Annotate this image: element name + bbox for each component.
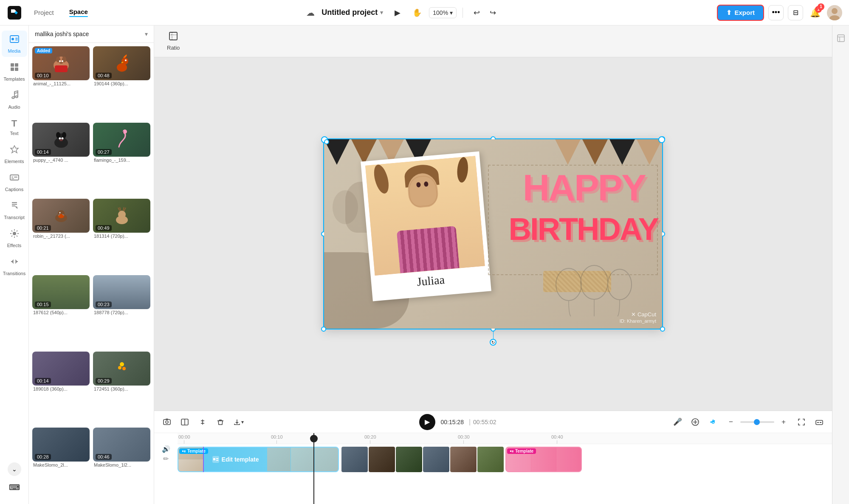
timeline-area: ▾ ▶ 00:15:28 | 00:55:02 🎤	[154, 411, 832, 504]
align-button[interactable]	[195, 414, 210, 430]
play-mode-button[interactable]: ▶	[390, 5, 405, 20]
hand-tool-button[interactable]: ✋	[409, 5, 425, 20]
media-item-2[interactable]: 00:48	[93, 46, 150, 80]
media-item-9[interactable]: 00:14	[32, 352, 90, 386]
sidebar-item-audio-label: Audio	[8, 104, 20, 110]
rotate-handle[interactable]: ↻	[490, 330, 496, 346]
keyboard-icon: ⌨	[9, 483, 20, 492]
clip-center: Edit template	[206, 456, 265, 463]
ratio-button[interactable]: Ratio	[161, 29, 186, 53]
logo[interactable]	[7, 5, 22, 20]
media-item-7[interactable]: 00:15	[32, 275, 90, 309]
sidebar-item-audio[interactable]: Audio	[2, 87, 27, 113]
download-chevron-icon: ▾	[241, 419, 244, 425]
playhead-head[interactable]	[310, 435, 318, 442]
sidebar-item-transitions-label: Transitions	[3, 271, 25, 276]
sidebar-item-transitions[interactable]: Transitions	[2, 253, 27, 279]
clip-thumb-6[interactable]	[477, 447, 504, 472]
clip-thumb-5[interactable]	[450, 447, 477, 472]
avatar[interactable]	[827, 5, 842, 20]
sidebar-item-keyboard[interactable]: ⌨	[2, 479, 27, 496]
media-item-10[interactable]: 00:29	[93, 352, 150, 386]
sidebar-item-templates[interactable]: Templates	[2, 59, 27, 85]
timeline-play-button[interactable]: ▶	[419, 414, 435, 430]
split-button[interactable]	[688, 414, 703, 430]
sidebar-collapse-button[interactable]: ⌄	[8, 462, 21, 476]
clip-thumb-2[interactable]	[369, 447, 395, 472]
topbar-right: ⬆ Export ••• ⊟ 🔔 1	[717, 5, 842, 21]
media-item-1[interactable]: Added 00:10	[32, 46, 90, 80]
svg-point-29	[121, 58, 128, 65]
zoom-in-button[interactable]: +	[776, 414, 791, 430]
media-name: 189018 (360p)...	[32, 386, 90, 391]
sidebar-item-captions[interactable]: Captions	[2, 169, 27, 195]
speed-button[interactable]	[705, 414, 721, 430]
timeline-playhead[interactable]	[313, 433, 314, 504]
more-button[interactable]: •••	[768, 5, 784, 20]
volume-icon[interactable]: 🔊	[162, 445, 170, 453]
clip-thumb-3[interactable]	[396, 447, 422, 472]
media-name: 172451 (360p)...	[93, 386, 150, 391]
media-item-5[interactable]: 00:21	[32, 199, 90, 233]
ruler-line	[463, 440, 464, 444]
svg-rect-7	[15, 39, 18, 40]
divider	[463, 8, 463, 18]
svg-point-2	[832, 8, 838, 14]
subtitle-button[interactable]	[812, 414, 827, 430]
screenshot-button[interactable]	[159, 414, 175, 430]
notification-bell[interactable]: 🔔 1	[807, 5, 823, 20]
sidebar-item-transcript[interactable]: Transcript	[2, 197, 27, 223]
space-selector[interactable]: mallika joshi's space ▾	[29, 25, 154, 43]
zoom-track[interactable]	[740, 421, 774, 423]
list-item: 00:15 187612 (540p)...	[32, 275, 90, 348]
media-item-3[interactable]: 00:14	[32, 123, 90, 157]
split-view-button[interactable]	[177, 414, 192, 430]
project-title[interactable]: Untitled project ▾	[322, 8, 383, 17]
sidebar-item-media-label: Media	[8, 48, 21, 53]
fullscreen-button[interactable]	[794, 414, 809, 430]
svg-point-42	[59, 212, 60, 214]
zoom-selector[interactable]: 100% ▾	[429, 7, 457, 18]
timeline-ruler: 00:00 00:10 00:20 00:30	[178, 433, 832, 444]
media-item-12[interactable]: 00:46	[93, 428, 150, 462]
right-panel-icon[interactable]	[833, 31, 849, 48]
left-sidebar: Media Templates	[0, 25, 29, 504]
list-item: 00:29 172451 (360p)...	[93, 352, 150, 425]
media-item-4[interactable]: 00:27	[93, 123, 150, 157]
media-duration: 00:28	[35, 454, 51, 460]
sidebar-item-media[interactable]: Media	[2, 31, 27, 57]
zoom-thumb[interactable]	[754, 419, 760, 425]
sidebar-item-text-label: Text	[10, 131, 18, 136]
layout-button[interactable]: ⊟	[788, 5, 803, 20]
svg-point-19	[13, 232, 16, 235]
sidebar-item-effects[interactable]: Effects	[2, 225, 27, 251]
clip-thumb-4[interactable]	[423, 447, 449, 472]
sidebar-item-elements[interactable]: Elements	[2, 141, 27, 167]
tab-project[interactable]: Project	[27, 6, 61, 19]
clip-thumb-1[interactable]	[341, 447, 368, 472]
svg-point-51	[608, 269, 632, 300]
export-button[interactable]: ⬆ Export	[717, 5, 764, 21]
sidebar-item-text[interactable]: T Text	[2, 115, 27, 139]
svg-rect-11	[15, 68, 18, 71]
media-item-8[interactable]: 00:23	[93, 275, 150, 309]
download-button[interactable]: ▾	[231, 414, 246, 430]
zoom-out-button[interactable]: −	[723, 414, 739, 430]
media-duration: 00:14	[35, 378, 51, 384]
edit-pen-icon[interactable]: ✏	[163, 455, 169, 463]
redo-button[interactable]: ↪	[485, 5, 500, 20]
list-item: 00:21 robin_-_21723 (...	[32, 199, 90, 272]
notif-count: 1	[815, 6, 822, 13]
delete-button[interactable]	[213, 414, 228, 430]
tab-space[interactable]: Space	[62, 6, 95, 20]
media-item-11[interactable]: 00:28	[32, 428, 90, 462]
media-name: 187612 (540p)...	[32, 310, 90, 315]
media-duration: 00:27	[96, 149, 112, 155]
zoom-value: 100%	[433, 9, 448, 16]
undo-button[interactable]: ↩	[469, 5, 484, 20]
canvas-frame[interactable]: ↻	[323, 138, 663, 329]
svg-point-46	[118, 366, 121, 369]
mic-button[interactable]: 🎤	[670, 414, 685, 430]
templates-icon	[9, 62, 20, 75]
media-item-6[interactable]: 00:49	[93, 199, 150, 233]
